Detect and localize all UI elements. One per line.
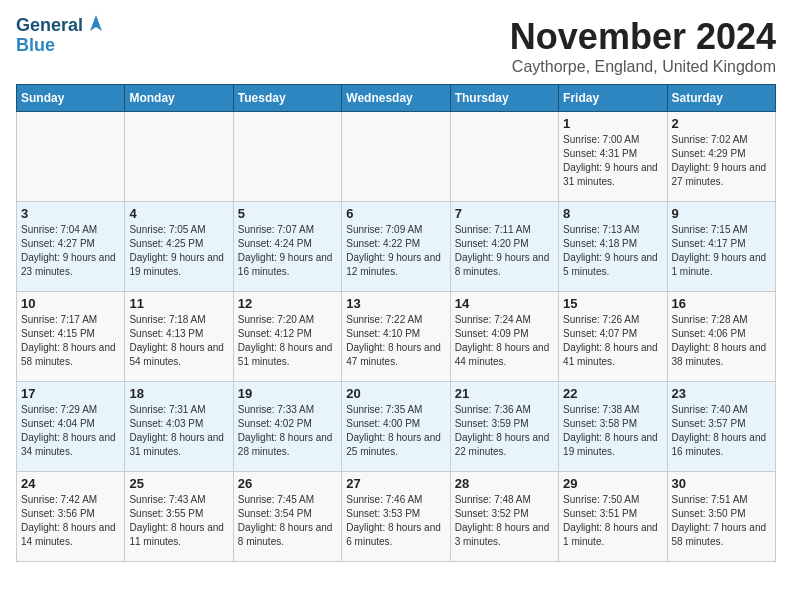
day-info: Sunrise: 7:18 AM Sunset: 4:13 PM Dayligh… bbox=[129, 313, 228, 369]
day-number: 30 bbox=[672, 476, 771, 491]
calendar-week-1: 1Sunrise: 7:00 AM Sunset: 4:31 PM Daylig… bbox=[17, 112, 776, 202]
calendar-cell: 9Sunrise: 7:15 AM Sunset: 4:17 PM Daylig… bbox=[667, 202, 775, 292]
day-number: 19 bbox=[238, 386, 337, 401]
day-number: 5 bbox=[238, 206, 337, 221]
day-number: 1 bbox=[563, 116, 662, 131]
day-info: Sunrise: 7:02 AM Sunset: 4:29 PM Dayligh… bbox=[672, 133, 771, 189]
logo-text: General bbox=[16, 16, 83, 36]
calendar-cell: 12Sunrise: 7:20 AM Sunset: 4:12 PM Dayli… bbox=[233, 292, 341, 382]
calendar-cell: 16Sunrise: 7:28 AM Sunset: 4:06 PM Dayli… bbox=[667, 292, 775, 382]
calendar-cell: 24Sunrise: 7:42 AM Sunset: 3:56 PM Dayli… bbox=[17, 472, 125, 562]
weekday-header-tuesday: Tuesday bbox=[233, 85, 341, 112]
day-info: Sunrise: 7:42 AM Sunset: 3:56 PM Dayligh… bbox=[21, 493, 120, 549]
day-number: 4 bbox=[129, 206, 228, 221]
calendar-week-3: 10Sunrise: 7:17 AM Sunset: 4:15 PM Dayli… bbox=[17, 292, 776, 382]
day-info: Sunrise: 7:38 AM Sunset: 3:58 PM Dayligh… bbox=[563, 403, 662, 459]
day-info: Sunrise: 7:45 AM Sunset: 3:54 PM Dayligh… bbox=[238, 493, 337, 549]
day-info: Sunrise: 7:33 AM Sunset: 4:02 PM Dayligh… bbox=[238, 403, 337, 459]
svg-marker-0 bbox=[90, 15, 102, 31]
day-number: 26 bbox=[238, 476, 337, 491]
day-number: 22 bbox=[563, 386, 662, 401]
day-number: 11 bbox=[129, 296, 228, 311]
calendar-cell: 28Sunrise: 7:48 AM Sunset: 3:52 PM Dayli… bbox=[450, 472, 558, 562]
day-info: Sunrise: 7:24 AM Sunset: 4:09 PM Dayligh… bbox=[455, 313, 554, 369]
calendar-cell: 3Sunrise: 7:04 AM Sunset: 4:27 PM Daylig… bbox=[17, 202, 125, 292]
calendar-cell: 4Sunrise: 7:05 AM Sunset: 4:25 PM Daylig… bbox=[125, 202, 233, 292]
day-info: Sunrise: 7:22 AM Sunset: 4:10 PM Dayligh… bbox=[346, 313, 445, 369]
day-number: 20 bbox=[346, 386, 445, 401]
day-info: Sunrise: 7:50 AM Sunset: 3:51 PM Dayligh… bbox=[563, 493, 662, 549]
calendar-cell bbox=[125, 112, 233, 202]
calendar-header: SundayMondayTuesdayWednesdayThursdayFrid… bbox=[17, 85, 776, 112]
day-number: 3 bbox=[21, 206, 120, 221]
day-number: 17 bbox=[21, 386, 120, 401]
title-section: November 2024 Caythorpe, England, United… bbox=[510, 16, 776, 76]
day-number: 9 bbox=[672, 206, 771, 221]
day-info: Sunrise: 7:20 AM Sunset: 4:12 PM Dayligh… bbox=[238, 313, 337, 369]
weekday-header-row: SundayMondayTuesdayWednesdayThursdayFrid… bbox=[17, 85, 776, 112]
weekday-header-monday: Monday bbox=[125, 85, 233, 112]
month-title: November 2024 bbox=[510, 16, 776, 58]
calendar-cell: 22Sunrise: 7:38 AM Sunset: 3:58 PM Dayli… bbox=[559, 382, 667, 472]
day-number: 29 bbox=[563, 476, 662, 491]
calendar-cell bbox=[17, 112, 125, 202]
calendar-cell bbox=[342, 112, 450, 202]
day-info: Sunrise: 7:13 AM Sunset: 4:18 PM Dayligh… bbox=[563, 223, 662, 279]
weekday-header-friday: Friday bbox=[559, 85, 667, 112]
day-info: Sunrise: 7:29 AM Sunset: 4:04 PM Dayligh… bbox=[21, 403, 120, 459]
calendar-cell: 19Sunrise: 7:33 AM Sunset: 4:02 PM Dayli… bbox=[233, 382, 341, 472]
logo: General Blue bbox=[16, 16, 107, 56]
page-header: General Blue November 2024 Caythorpe, En… bbox=[16, 16, 776, 76]
day-number: 12 bbox=[238, 296, 337, 311]
location: Caythorpe, England, United Kingdom bbox=[510, 58, 776, 76]
day-number: 8 bbox=[563, 206, 662, 221]
day-info: Sunrise: 7:04 AM Sunset: 4:27 PM Dayligh… bbox=[21, 223, 120, 279]
day-number: 7 bbox=[455, 206, 554, 221]
calendar-week-4: 17Sunrise: 7:29 AM Sunset: 4:04 PM Dayli… bbox=[17, 382, 776, 472]
day-info: Sunrise: 7:43 AM Sunset: 3:55 PM Dayligh… bbox=[129, 493, 228, 549]
calendar-cell: 30Sunrise: 7:51 AM Sunset: 3:50 PM Dayli… bbox=[667, 472, 775, 562]
day-number: 18 bbox=[129, 386, 228, 401]
calendar-cell: 27Sunrise: 7:46 AM Sunset: 3:53 PM Dayli… bbox=[342, 472, 450, 562]
calendar-week-2: 3Sunrise: 7:04 AM Sunset: 4:27 PM Daylig… bbox=[17, 202, 776, 292]
calendar-cell: 23Sunrise: 7:40 AM Sunset: 3:57 PM Dayli… bbox=[667, 382, 775, 472]
day-info: Sunrise: 7:36 AM Sunset: 3:59 PM Dayligh… bbox=[455, 403, 554, 459]
day-info: Sunrise: 7:51 AM Sunset: 3:50 PM Dayligh… bbox=[672, 493, 771, 549]
day-number: 15 bbox=[563, 296, 662, 311]
calendar-cell: 29Sunrise: 7:50 AM Sunset: 3:51 PM Dayli… bbox=[559, 472, 667, 562]
calendar-cell: 11Sunrise: 7:18 AM Sunset: 4:13 PM Dayli… bbox=[125, 292, 233, 382]
day-number: 2 bbox=[672, 116, 771, 131]
day-info: Sunrise: 7:09 AM Sunset: 4:22 PM Dayligh… bbox=[346, 223, 445, 279]
calendar-cell: 5Sunrise: 7:07 AM Sunset: 4:24 PM Daylig… bbox=[233, 202, 341, 292]
calendar-cell: 18Sunrise: 7:31 AM Sunset: 4:03 PM Dayli… bbox=[125, 382, 233, 472]
weekday-header-saturday: Saturday bbox=[667, 85, 775, 112]
day-number: 28 bbox=[455, 476, 554, 491]
day-number: 25 bbox=[129, 476, 228, 491]
day-info: Sunrise: 7:15 AM Sunset: 4:17 PM Dayligh… bbox=[672, 223, 771, 279]
calendar-cell: 20Sunrise: 7:35 AM Sunset: 4:00 PM Dayli… bbox=[342, 382, 450, 472]
day-info: Sunrise: 7:46 AM Sunset: 3:53 PM Dayligh… bbox=[346, 493, 445, 549]
day-number: 6 bbox=[346, 206, 445, 221]
calendar-cell: 7Sunrise: 7:11 AM Sunset: 4:20 PM Daylig… bbox=[450, 202, 558, 292]
calendar-cell: 15Sunrise: 7:26 AM Sunset: 4:07 PM Dayli… bbox=[559, 292, 667, 382]
day-number: 14 bbox=[455, 296, 554, 311]
day-number: 10 bbox=[21, 296, 120, 311]
day-info: Sunrise: 7:05 AM Sunset: 4:25 PM Dayligh… bbox=[129, 223, 228, 279]
calendar-cell: 13Sunrise: 7:22 AM Sunset: 4:10 PM Dayli… bbox=[342, 292, 450, 382]
calendar-cell: 8Sunrise: 7:13 AM Sunset: 4:18 PM Daylig… bbox=[559, 202, 667, 292]
weekday-header-sunday: Sunday bbox=[17, 85, 125, 112]
day-info: Sunrise: 7:07 AM Sunset: 4:24 PM Dayligh… bbox=[238, 223, 337, 279]
calendar-cell: 6Sunrise: 7:09 AM Sunset: 4:22 PM Daylig… bbox=[342, 202, 450, 292]
calendar-cell: 1Sunrise: 7:00 AM Sunset: 4:31 PM Daylig… bbox=[559, 112, 667, 202]
day-info: Sunrise: 7:48 AM Sunset: 3:52 PM Dayligh… bbox=[455, 493, 554, 549]
day-info: Sunrise: 7:31 AM Sunset: 4:03 PM Dayligh… bbox=[129, 403, 228, 459]
calendar-week-5: 24Sunrise: 7:42 AM Sunset: 3:56 PM Dayli… bbox=[17, 472, 776, 562]
calendar-cell: 17Sunrise: 7:29 AM Sunset: 4:04 PM Dayli… bbox=[17, 382, 125, 472]
day-info: Sunrise: 7:26 AM Sunset: 4:07 PM Dayligh… bbox=[563, 313, 662, 369]
day-info: Sunrise: 7:35 AM Sunset: 4:00 PM Dayligh… bbox=[346, 403, 445, 459]
day-number: 13 bbox=[346, 296, 445, 311]
logo-arrow-icon bbox=[85, 13, 107, 35]
calendar-body: 1Sunrise: 7:00 AM Sunset: 4:31 PM Daylig… bbox=[17, 112, 776, 562]
calendar-cell: 10Sunrise: 7:17 AM Sunset: 4:15 PM Dayli… bbox=[17, 292, 125, 382]
calendar-cell: 2Sunrise: 7:02 AM Sunset: 4:29 PM Daylig… bbox=[667, 112, 775, 202]
